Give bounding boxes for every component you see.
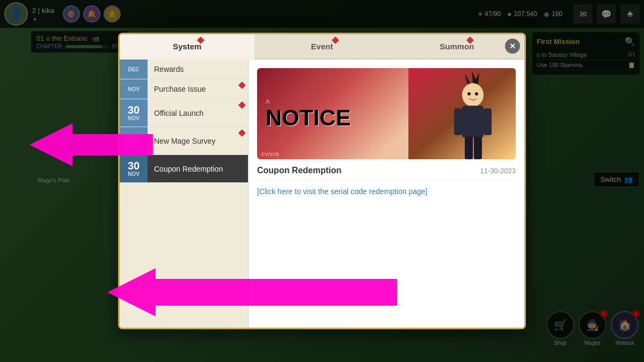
character-illustration: [408, 68, 516, 159]
svg-rect-5: [465, 137, 473, 159]
notice-title-launch: Official Launch: [148, 99, 248, 127]
redemption-link[interactable]: [Click here to visit the serial code red…: [257, 187, 428, 196]
list-item[interactable]: 30 NOV Coupon Redemption: [120, 155, 248, 183]
list-item[interactable]: DEC Rewards: [120, 60, 248, 79]
modal-body: DEC Rewards NOV Purchase Issue: [120, 60, 524, 328]
notice-date-dec: DEC: [120, 60, 148, 79]
svg-point-10: [467, 92, 471, 95]
notice-content-title: Coupon Redemption: [257, 166, 341, 175]
notice-date-nov2: 30 NOV: [120, 99, 148, 127]
banner-notice-text: NOTICE: [266, 107, 400, 129]
tab-event[interactable]: Event: [254, 34, 389, 60]
svg-point-1: [462, 83, 484, 107]
notice-info-row: Coupon Redemption 11-30-2023: [257, 166, 516, 180]
svg-rect-3: [454, 108, 462, 135]
notice-banner: A NOTICE: [257, 68, 516, 159]
banner-sub: A: [266, 98, 400, 105]
notice-title-purchase: Purchase Issue: [148, 79, 248, 99]
svg-rect-4: [484, 108, 492, 135]
notice-content-panel: A NOTICE: [248, 60, 524, 328]
svg-rect-6: [474, 137, 482, 159]
notice-title-survey: New Mage Survey: [148, 127, 248, 154]
list-item[interactable]: 30 NOV Official Launch: [120, 99, 248, 127]
list-item[interactable]: 30 NOV New Mage Survey: [120, 127, 248, 155]
svg-point-11: [475, 92, 478, 95]
banner-copyright: ©Y/STB: [261, 152, 279, 157]
list-item[interactable]: NOV Purchase Issue: [120, 79, 248, 99]
tab-system[interactable]: System: [120, 34, 254, 60]
notice-link-row: [Click here to visit the serial code red…: [257, 187, 516, 196]
tab-summon[interactable]: Summon: [390, 34, 524, 60]
modal-dialog: ✕ System Event Summon: [118, 33, 526, 329]
modal-close-button[interactable]: ✕: [505, 39, 520, 54]
notice-date-display: 11-30-2023: [480, 167, 516, 175]
notice-date-nov4: 30 NOV: [120, 155, 148, 182]
notice-date-nov1: NOV: [120, 79, 148, 99]
notice-list: DEC Rewards NOV Purchase Issue: [120, 60, 248, 328]
modal-overlay: ✕ System Event Summon: [0, 0, 644, 362]
notice-date-nov3: 30 NOV: [120, 127, 148, 154]
notice-title-rewards: Rewards: [148, 60, 248, 79]
svg-rect-2: [462, 106, 484, 138]
notice-title-coupon: Coupon Redemption: [148, 155, 248, 182]
banner-character-area: [408, 68, 516, 159]
modal-tabs: System Event Summon: [120, 34, 524, 60]
